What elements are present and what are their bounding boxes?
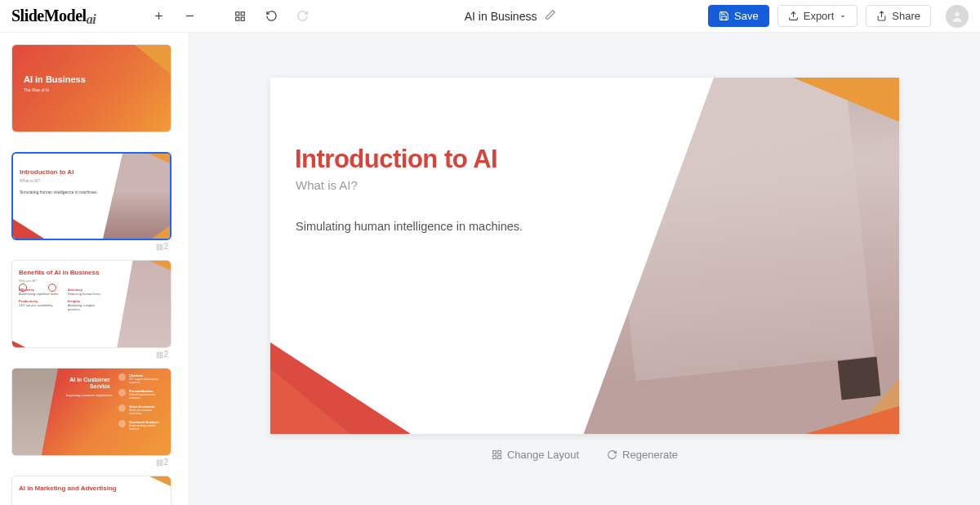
share-label: Share <box>892 10 920 22</box>
svg-point-9 <box>955 11 959 16</box>
redo-button[interactable] <box>292 6 313 27</box>
svg-rect-25 <box>498 456 501 459</box>
svg-rect-22 <box>493 451 497 454</box>
accent-shape <box>793 78 899 122</box>
svg-rect-10 <box>158 244 160 247</box>
svg-rect-23 <box>498 451 501 454</box>
svg-rect-15 <box>161 352 163 355</box>
svg-rect-19 <box>161 460 163 463</box>
svg-rect-17 <box>161 355 163 358</box>
add-slide-button[interactable] <box>148 6 169 27</box>
thumb-title: Introduction to AI <box>20 168 74 176</box>
svg-rect-14 <box>158 352 160 355</box>
svg-rect-16 <box>158 355 160 358</box>
svg-rect-12 <box>158 248 160 250</box>
thumb-title: AI in Business <box>24 74 86 84</box>
save-label: Save <box>734 10 759 22</box>
svg-rect-13 <box>161 248 163 250</box>
slide-thumb-1[interactable]: AI in Business The Rise of AI <box>11 44 172 132</box>
change-layout-button[interactable]: Change Layout <box>492 449 579 461</box>
slide-thumb-2[interactable]: Introduction to AI What is AI? Simulatin… <box>11 152 172 240</box>
svg-rect-24 <box>493 456 497 459</box>
thumb-meta <box>11 132 172 147</box>
slide-subtitle[interactable]: What is AI? <box>296 178 358 192</box>
thumb-body: Simulating human intelligence in machine… <box>20 190 98 194</box>
svg-rect-20 <box>158 463 160 466</box>
svg-rect-18 <box>158 460 160 463</box>
save-button[interactable]: Save <box>708 5 769 27</box>
app-logo: SlideModelai <box>11 7 96 25</box>
thumb-subtitle: What is AI? <box>20 178 40 183</box>
undo-button[interactable] <box>261 6 282 27</box>
thumb-title: AI in Marketing and Advertising <box>19 485 117 493</box>
export-button[interactable]: Export <box>777 5 858 27</box>
thumb-title: AI in Customer Service <box>66 377 110 391</box>
thumb-subtitle: The Rise of AI <box>24 87 49 92</box>
regenerate-button[interactable]: Regenerate <box>607 449 678 461</box>
thumb-title: Benefits of AI in Business <box>19 269 99 276</box>
grid-view-button[interactable] <box>229 6 251 27</box>
logo-text: SlideModel <box>11 7 87 25</box>
change-layout-label: Change Layout <box>507 449 579 461</box>
svg-rect-5 <box>236 17 239 20</box>
thumb-meta: 2 <box>11 456 172 471</box>
chevron-down-icon <box>839 12 847 20</box>
slide-hero-image <box>556 78 899 434</box>
slide-canvas[interactable]: Introduction to AI What is AI? Simulatin… <box>270 78 899 434</box>
svg-rect-3 <box>236 11 239 15</box>
slide-thumb-3[interactable]: Benefits of AI in Business Why use AI? E… <box>11 260 172 348</box>
slide-body[interactable]: Simulating human intelligence in machine… <box>296 220 523 233</box>
svg-rect-11 <box>161 244 163 247</box>
slide-thumb-4[interactable]: AI in Customer Service Improving custome… <box>11 368 172 456</box>
export-label: Export <box>804 10 835 22</box>
svg-rect-6 <box>241 17 244 20</box>
remove-slide-button[interactable] <box>179 6 200 27</box>
svg-rect-21 <box>161 463 163 466</box>
document-title: AI in Business <box>465 10 537 23</box>
canvas-area: Introduction to AI What is AI? Simulatin… <box>189 33 980 505</box>
thumb-meta: 2 <box>11 348 172 363</box>
share-button[interactable]: Share <box>866 5 931 27</box>
slide-title[interactable]: Introduction to AI <box>295 145 497 174</box>
thumb-subtitle: Why use AI? <box>19 279 37 283</box>
slide-thumb-5[interactable]: AI in Marketing and Advertising <box>11 476 172 505</box>
svg-rect-4 <box>241 11 244 15</box>
thumb-meta: 2 <box>11 240 172 255</box>
accent-shape <box>805 406 899 434</box>
user-avatar[interactable] <box>946 5 969 28</box>
slide-thumbnail-panel: AI in Business The Rise of AI Introducti… <box>0 33 189 505</box>
document-title-wrap: AI in Business <box>323 9 698 23</box>
regenerate-label: Regenerate <box>622 449 678 461</box>
thumb-subtitle: Improving customer experience <box>66 393 115 397</box>
logo-suffix: ai <box>87 12 96 26</box>
slide-actions: Change Layout Regenerate <box>492 449 678 461</box>
accent-shape <box>270 369 350 434</box>
top-toolbar: SlideModelai AI in Business Save Export <box>0 0 980 33</box>
edit-title-icon[interactable] <box>545 9 556 23</box>
